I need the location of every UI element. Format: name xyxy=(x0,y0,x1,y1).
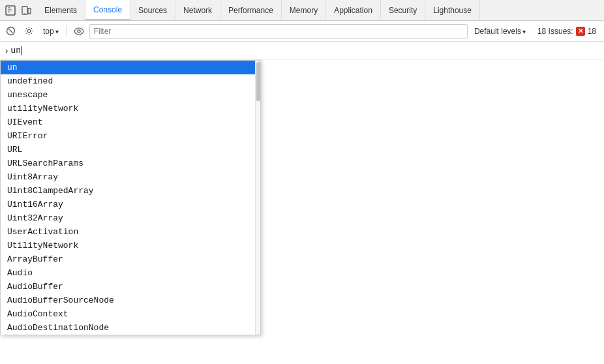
issues-count: 18 xyxy=(588,27,596,36)
autocomplete-item[interactable]: UserActivation xyxy=(1,225,255,239)
tab-memory[interactable]: Memory xyxy=(282,0,326,21)
autocomplete-item[interactable]: Uint8Array xyxy=(1,170,255,184)
autocomplete-item[interactable]: AudioDestinationNode xyxy=(1,321,255,335)
error-icon: ✕ xyxy=(576,27,585,36)
console-prompt: › xyxy=(5,46,8,55)
autocomplete-item[interactable]: unescape xyxy=(1,88,255,102)
autocomplete-item[interactable]: Uint16Array xyxy=(1,198,255,211)
context-label: top xyxy=(43,27,54,36)
console-toolbar: top Default levels 18 Issues: ✕ 18 xyxy=(0,21,604,42)
autocomplete-item[interactable]: Audio xyxy=(1,266,255,280)
clear-console-button[interactable] xyxy=(3,23,18,39)
autocomplete-items: unundefinedunescapeutilityNetworkUIEvent… xyxy=(1,61,255,335)
autocomplete-scrollbar[interactable] xyxy=(255,61,260,335)
autocomplete-item[interactable]: URLSearchParams xyxy=(1,157,255,170)
levels-label: Default levels xyxy=(474,27,521,36)
console-input-line[interactable]: › un xyxy=(0,42,604,60)
console-input-text: un xyxy=(10,46,22,55)
console-area: › un unundefinedunescapeutilityNetworkUI… xyxy=(0,42,604,364)
tab-bar-icons xyxy=(0,0,37,20)
autocomplete-list: unundefinedunescapeutilityNetworkUIEvent… xyxy=(0,60,261,335)
chevron-down-icon xyxy=(55,27,59,36)
autocomplete-item[interactable]: ArrayBuffer xyxy=(1,252,255,266)
autocomplete-item[interactable]: URIError xyxy=(1,129,255,143)
svg-point-6 xyxy=(27,29,30,32)
settings-icon[interactable] xyxy=(21,23,37,39)
device-toggle-icon[interactable] xyxy=(20,4,33,17)
issues-badge[interactable]: 18 Issues: ✕ 18 xyxy=(532,25,601,37)
autocomplete-item[interactable]: un xyxy=(1,61,255,74)
autocomplete-item[interactable]: UIEvent xyxy=(1,115,255,129)
eye-icon[interactable] xyxy=(71,23,87,39)
filter-input[interactable] xyxy=(89,24,468,38)
tab-sources[interactable]: Sources xyxy=(130,0,175,21)
tab-bar: Elements Console Sources Network Perform… xyxy=(0,0,604,21)
tab-security[interactable]: Security xyxy=(381,0,425,21)
tab-console[interactable]: Console xyxy=(85,0,130,21)
autocomplete-item[interactable]: undefined xyxy=(1,74,255,88)
autocomplete-item[interactable]: Uint32Array xyxy=(1,211,255,225)
autocomplete-item[interactable]: AudioBuffer xyxy=(1,280,255,294)
svg-rect-2 xyxy=(28,8,31,14)
autocomplete-item[interactable]: AudioContext xyxy=(1,307,255,321)
context-selector[interactable]: top xyxy=(39,25,63,37)
tab-lighthouse[interactable]: Lighthouse xyxy=(425,0,480,21)
svg-line-5 xyxy=(8,29,13,33)
autocomplete-container: unundefinedunescapeutilityNetworkUIEvent… xyxy=(0,60,604,364)
svg-point-7 xyxy=(77,29,80,32)
inspect-icon[interactable] xyxy=(4,4,17,17)
issues-label: 18 Issues: xyxy=(537,27,573,36)
scrollbar-thumb xyxy=(256,62,260,101)
svg-rect-0 xyxy=(6,6,15,15)
tab-network[interactable]: Network xyxy=(175,0,220,21)
autocomplete-item[interactable]: URL xyxy=(1,143,255,157)
autocomplete-item[interactable]: AudioBufferSourceNode xyxy=(1,294,255,307)
autocomplete-item[interactable]: UtilityNetwork xyxy=(1,239,255,252)
toolbar-divider xyxy=(67,25,67,37)
autocomplete-item[interactable]: utilityNetwork xyxy=(1,102,255,115)
tab-performance[interactable]: Performance xyxy=(220,0,282,21)
levels-selector[interactable]: Default levels xyxy=(470,25,530,37)
tab-application[interactable]: Application xyxy=(326,0,381,21)
autocomplete-item[interactable]: Uint8ClampedArray xyxy=(1,184,255,198)
tab-elements[interactable]: Elements xyxy=(37,0,85,21)
svg-point-3 xyxy=(24,12,25,13)
chevron-down-icon xyxy=(522,27,526,36)
